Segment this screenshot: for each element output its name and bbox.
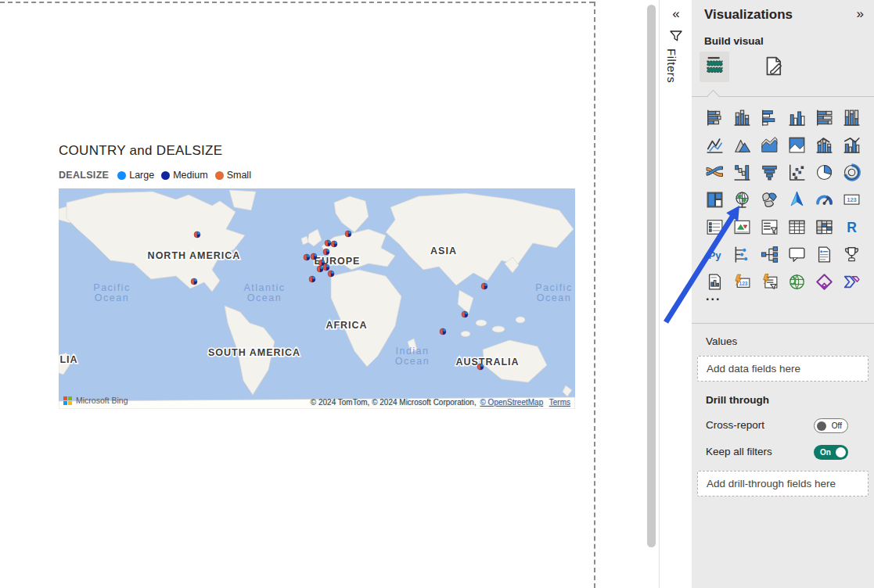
toggle-state-label: On: [820, 448, 831, 457]
filters-pane-collapsed: « Filters: [659, 0, 692, 588]
page-border-top: [0, 2, 594, 3]
terms-link[interactable]: Terms: [549, 398, 570, 407]
keep-all-filters-label: Keep all filters: [706, 446, 772, 457]
map-bubble[interactable]: [345, 231, 351, 237]
vertical-scrollbar[interactable]: [647, 5, 656, 547]
viz-icon-clustered-column-chart[interactable]: [783, 104, 811, 131]
map-bubble[interactable]: [317, 266, 323, 272]
map-bubble[interactable]: [323, 264, 329, 271]
viz-icon-matrix[interactable]: [811, 213, 838, 241]
visualizations-pane: Visualizations » Build visual: [692, 0, 874, 588]
viz-icon-slicer-new[interactable]: [756, 268, 783, 296]
map-bubble[interactable]: [325, 240, 331, 246]
map-bubble[interactable]: [328, 271, 334, 277]
format-visual-icon: [762, 55, 785, 81]
viz-icon-python-script[interactable]: Py: [701, 241, 728, 268]
cross-report-toggle[interactable]: Off: [814, 418, 848, 433]
viz-icon-hundred-stacked-column-chart[interactable]: [838, 104, 865, 131]
tab-build-visual[interactable]: [700, 52, 729, 82]
map-label: LIA: [59, 354, 77, 365]
map-bubble[interactable]: [318, 260, 325, 266]
viz-icon-card-new[interactable]: 123: [728, 268, 756, 296]
collapse-visualizations-button[interactable]: »: [857, 6, 864, 22]
tab-format-visual[interactable]: [761, 55, 786, 80]
viz-icon-r-script[interactable]: R: [838, 213, 865, 241]
viz-icon-card[interactable]: 123: [838, 186, 865, 213]
viz-icon-smart-narrative[interactable]: [811, 241, 838, 268]
viz-icon-slicer[interactable]: [756, 213, 783, 241]
viz-icon-area-chart[interactable]: [728, 131, 756, 159]
viz-icon-line-clustered-column-chart[interactable]: [838, 131, 865, 159]
power-bi-window: COUNTRY and DEALSIZE DEALSIZE LargeMediu…: [0, 0, 874, 588]
viz-icon-donut-chart[interactable]: [838, 159, 865, 186]
map-bubble[interactable]: [477, 364, 484, 370]
openstreetmap-link[interactable]: © OpenStreetMap: [480, 398, 543, 407]
map-bubble[interactable]: [481, 283, 487, 289]
viz-icon-multi-row-card[interactable]: [701, 213, 728, 241]
legend-dot: [215, 171, 224, 180]
viz-icon-line-chart[interactable]: [701, 131, 728, 159]
viz-icon-kpi[interactable]: [728, 213, 756, 241]
map-label: AUSTRALIA: [455, 357, 519, 368]
map-bubble[interactable]: [191, 278, 197, 285]
viz-icon-clustered-bar-chart[interactable]: [756, 104, 783, 131]
visual-gallery: 123RPy123: [701, 104, 867, 296]
legend-item-medium[interactable]: Medium: [161, 170, 207, 181]
map-visual[interactable]: NORTH AMERICAEUROPEASIAAFRICASOUTH AMERI…: [59, 188, 575, 409]
map-bubble[interactable]: [304, 254, 310, 260]
visualizations-pane-title: Visualizations: [704, 7, 793, 23]
svg-text:123: 123: [847, 196, 857, 203]
viz-icon-hundred-stacked-area-chart[interactable]: [783, 131, 811, 159]
viz-icon-waterfall-chart[interactable]: [728, 159, 756, 186]
legend-item-small[interactable]: Small: [215, 170, 251, 181]
legend: DEALSIZE LargeMediumSmall: [59, 170, 251, 181]
tab-divider: [692, 96, 874, 97]
map-bubble[interactable]: [309, 276, 315, 282]
viz-icon-table[interactable]: [783, 213, 811, 241]
viz-icon-power-apps[interactable]: [811, 268, 838, 296]
viz-icon-pie-chart[interactable]: [811, 159, 838, 186]
legend-item-label: Small: [227, 170, 251, 181]
viz-icon-line-stacked-column-chart[interactable]: [811, 131, 838, 159]
map-attribution: © 2024 TomTom, © 2024 Microsoft Corporat…: [311, 398, 570, 407]
map-bubble[interactable]: [323, 249, 329, 255]
selected-tab-caret: [707, 90, 720, 102]
map-label: ASIA: [430, 246, 457, 256]
viz-icon-stacked-bar-chart[interactable]: [701, 104, 728, 131]
drill-through-label: Drill through: [706, 394, 769, 406]
viz-icon-gauge[interactable]: [811, 186, 838, 213]
viz-icon-qa[interactable]: [783, 241, 811, 268]
map-bubble[interactable]: [462, 311, 468, 317]
viz-icon-metrics[interactable]: [838, 241, 865, 268]
viz-icon-power-automate[interactable]: [838, 268, 865, 296]
drill-through-field-well[interactable]: Add drill-through fields here: [697, 471, 869, 497]
viz-icon-azure-map[interactable]: [783, 186, 811, 213]
viz-icon-funnel-chart[interactable]: [756, 159, 783, 186]
expand-filters-button[interactable]: «: [660, 6, 692, 22]
viz-icon-arcgis-map[interactable]: [783, 268, 811, 296]
viz-icon-treemap[interactable]: [701, 186, 728, 213]
filters-pane-title[interactable]: Filters: [665, 48, 678, 83]
viz-icon-key-influencers[interactable]: [728, 241, 756, 268]
legend-item-large[interactable]: Large: [117, 170, 154, 181]
viz-icon-hundred-stacked-bar-chart[interactable]: [811, 104, 838, 131]
viz-icon-stacked-area-chart[interactable]: [756, 131, 783, 159]
get-more-visuals-button[interactable]: ...: [706, 289, 721, 303]
viz-icon-decomposition-tree[interactable]: [756, 241, 783, 268]
map-label: SOUTH AMERICA: [208, 347, 300, 358]
map-bubble[interactable]: [194, 231, 200, 238]
map-bubble[interactable]: [440, 328, 446, 335]
world-map[interactable]: NORTH AMERICAEUROPEASIAAFRICASOUTH AMERI…: [59, 188, 575, 409]
viz-icon-stacked-column-chart[interactable]: [728, 104, 756, 131]
legend-item-label: Large: [129, 170, 154, 181]
map-label: NORTH AMERICA: [148, 250, 241, 261]
viz-icon-ribbon-chart[interactable]: [701, 159, 728, 186]
keep-all-filters-toggle[interactable]: On: [814, 445, 848, 460]
values-field-well[interactable]: Add data fields here: [697, 356, 869, 382]
map-bubble[interactable]: [311, 253, 317, 260]
viz-icon-filled-map[interactable]: [756, 186, 783, 213]
viz-icon-scatter-chart[interactable]: [783, 159, 811, 186]
map-bubble[interactable]: [331, 241, 337, 247]
legend-dot: [117, 171, 126, 180]
viz-icon-map[interactable]: [728, 186, 756, 213]
